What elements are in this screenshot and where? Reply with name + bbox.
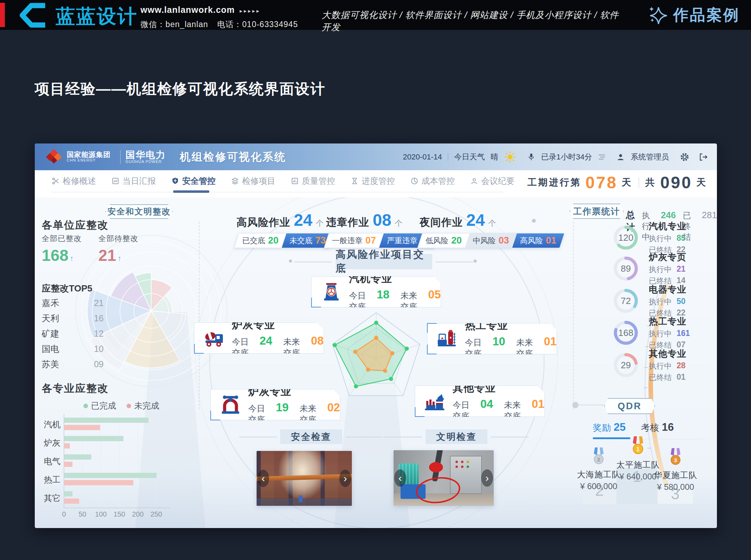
contact-block: www.lanlanwork.com▸▸▸▸▸ 微信：ben_lanlan电话：… <box>140 5 307 30</box>
carousel-prev-button[interactable]: ‹ <box>257 470 269 487</box>
executing-value: 21 <box>677 264 686 275</box>
specialty-name: 汽机专业 <box>649 220 686 232</box>
current-user[interactable]: 系统管理员 <box>631 152 669 162</box>
tab-reward[interactable]: 奖励 25 <box>593 421 625 434</box>
bar-chart-legend: 已完成 未完成 <box>83 400 159 411</box>
safety-check-banner: 安全检查 <box>280 429 342 444</box>
top5-title: 应整改TOP5 <box>42 282 92 295</box>
card-title: 炉灰专业 <box>248 385 340 399</box>
decor-edge-line <box>199 222 200 409</box>
user-icon <box>616 153 625 161</box>
carousel-next-button[interactable]: › <box>481 469 493 487</box>
all-rectified-stat: 全部已整改 168↑ <box>42 233 82 265</box>
unit-name: 嘉禾 <box>42 297 59 309</box>
card-title: 其他专业 <box>453 381 544 395</box>
gear-icon[interactable] <box>680 152 689 162</box>
tab-quality-control[interactable]: 质量管控 <box>291 175 335 187</box>
tab-schedule-control[interactable]: 进度管控 <box>350 175 395 187</box>
days-elapsed: 078 <box>586 173 617 192</box>
ended-total: 281 <box>702 210 717 221</box>
tab-meeting-minutes[interactable]: 会议纪要 <box>470 175 515 187</box>
tab-label: 检修概述 <box>63 175 96 187</box>
future-value: 08 <box>311 334 324 347</box>
today-value: 10 <box>492 335 505 348</box>
executing-label: 执行中 <box>649 361 672 371</box>
brand-name-block: 国华电力 GUOHUA POWER <box>126 150 166 164</box>
badge-value: 20 <box>451 235 462 246</box>
record-list-icon[interactable] <box>598 154 606 160</box>
briefing-card-turbine: 汽机专业 今日交底18 未来交底05 <box>311 276 441 307</box>
stat-unit: 个 <box>395 218 402 229</box>
tab-label: 安全管控 <box>182 175 216 187</box>
legend-undone-label: 未完成 <box>134 400 159 411</box>
brand-name-cn: 国华电力 <box>126 150 166 160</box>
corner-bracket <box>194 344 204 354</box>
phone-label: 电话：010-63334945 <box>217 20 298 29</box>
tab-assessment[interactable]: 考核 16 <box>641 421 673 434</box>
page-title: 项目经验——机组检修可视化系统界面设计 <box>35 79 325 99</box>
stat-unit: 个 <box>488 218 496 229</box>
safety-check-photo[interactable]: ‹ › <box>257 451 352 506</box>
photo-detail <box>257 498 352 506</box>
corner-bracket <box>427 345 437 355</box>
qdr-badge: QDR <box>604 398 655 414</box>
pie-clock-icon <box>410 177 419 185</box>
tab-label: 成本管控 <box>421 175 455 187</box>
tab-cost-control[interactable]: 成本管控 <box>410 175 455 187</box>
badge-label: 严重违章 <box>387 236 418 246</box>
carousel-next-button[interactable]: › <box>339 470 351 487</box>
badge-label: 低风险 <box>426 236 449 246</box>
dashboard-nav: 检修概述 当日汇报 安全管控 检修项目 质量管控 <box>35 170 717 197</box>
future-label: 未来交底 <box>300 403 324 425</box>
tab-daily-report[interactable]: 当日汇报 <box>111 175 156 187</box>
weather-label: 今日天气 <box>454 152 485 162</box>
nav-underline-track <box>51 192 503 192</box>
badge-value: 03 <box>499 235 509 246</box>
stat-value: 21 <box>98 246 116 264</box>
today-label: 今日交底 <box>453 400 477 422</box>
executing-label: 执行中 <box>649 264 672 275</box>
executing-value: 85 <box>677 233 686 244</box>
unit-name: 国电 <box>42 343 59 355</box>
dashboard-header: 国家能源集团 CHN ENERGY 国华电力 GUOHUA POWER 机组检修… <box>35 143 717 170</box>
website-link[interactable]: www.lanlanwork.com <box>140 5 235 15</box>
dashboard-content: 安全和文明整改 各单位应整改 全部已整改 168↑ 全部待整改 21↑ 应整改T… <box>35 197 717 528</box>
person-icon <box>470 177 478 185</box>
tab-overview[interactable]: 检修概述 <box>51 175 96 187</box>
today-value: 24 <box>259 334 272 347</box>
decor-dot <box>474 260 477 263</box>
future-label: 未来交底 <box>504 400 528 422</box>
system-title: 机组检修可视化系统 <box>180 150 286 164</box>
civility-check-photo[interactable]: ‹ › <box>394 450 494 506</box>
tab-safety-control[interactable]: 安全管控 <box>171 175 216 187</box>
logout-icon[interactable] <box>699 153 708 161</box>
future-label: 未来交底 <box>516 337 540 359</box>
unit-name: 苏美 <box>42 359 59 370</box>
legend-undone-dot <box>127 404 131 408</box>
stat-title: 高风险作业 <box>236 215 290 230</box>
total-prefix: 共 <box>645 176 656 189</box>
org-name-cn: 国家能源集团 <box>67 151 111 158</box>
portfolio-link[interactable]: 作品案例 <box>648 5 740 25</box>
hourglass-icon <box>350 177 359 185</box>
ticket-row-turbine: 120 汽机专业 执行中85 已终结22 <box>612 222 716 253</box>
tab-label: 进度管控 <box>362 175 395 187</box>
brand-name-en: GUOHUA POWER <box>126 160 166 164</box>
chart-icon <box>291 177 299 185</box>
badge-value: 73 <box>315 235 326 246</box>
badge-label: 未交底 <box>290 236 313 246</box>
ticket-row-thermal: 168 热工专业 执行中161 已终结07 <box>612 318 716 348</box>
svg-text:汽机: 汽机 <box>44 420 60 429</box>
microphone-icon[interactable] <box>527 153 535 162</box>
gold-medal-icon: 1 <box>630 436 646 458</box>
chn-energy-logo <box>45 148 63 166</box>
header-separator <box>448 153 448 161</box>
org-name-block: 国家能源集团 CHN ENERGY <box>67 151 111 163</box>
brand-accent-bar <box>0 3 5 27</box>
weather-value: 晴 <box>491 152 498 162</box>
carousel-prev-button[interactable]: ‹ <box>394 469 406 487</box>
today-label: 今日交底 <box>349 290 373 312</box>
top5-row: 天利16 <box>42 313 104 323</box>
briefing-radar-chart <box>324 304 428 408</box>
tab-maintenance-items[interactable]: 检修项目 <box>231 175 275 187</box>
